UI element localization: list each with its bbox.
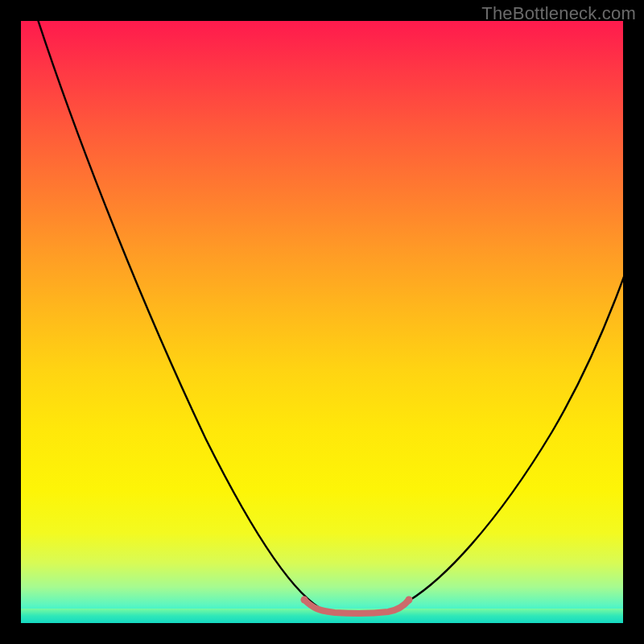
- valley-highlight: [304, 600, 409, 613]
- right-curve: [388, 275, 623, 611]
- chart-container: TheBottleneck.com: [0, 0, 644, 644]
- valley-dot-left: [301, 597, 308, 604]
- plot-area: [21, 21, 623, 623]
- left-curve: [33, 21, 325, 611]
- valley-dot-right: [406, 597, 413, 604]
- curve-layer: [21, 21, 623, 623]
